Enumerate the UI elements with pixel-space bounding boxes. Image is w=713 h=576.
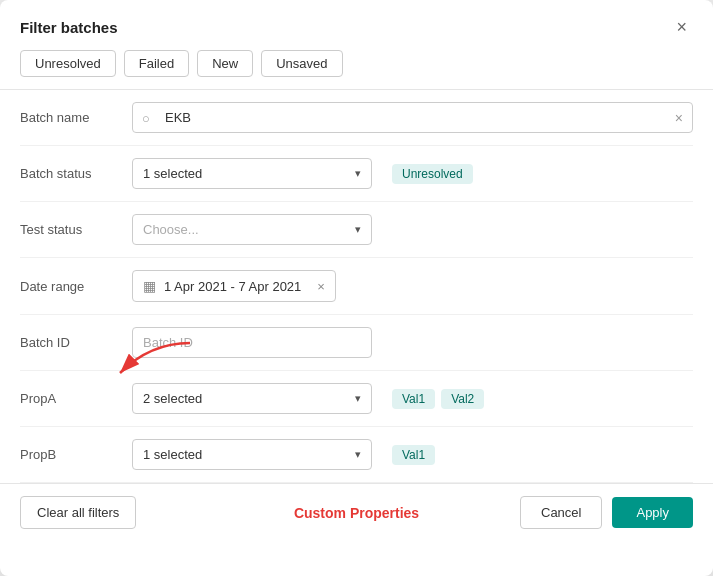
- clear-all-button[interactable]: Clear all filters: [20, 496, 136, 529]
- clear-date-icon[interactable]: ×: [317, 279, 325, 294]
- quick-filter-failed[interactable]: Failed: [124, 50, 189, 77]
- quick-filter-unsaved[interactable]: Unsaved: [261, 50, 342, 77]
- batch-name-input[interactable]: [132, 102, 693, 133]
- modal-title: Filter batches: [20, 19, 118, 36]
- chevron-down-icon: ▾: [355, 448, 361, 461]
- quick-filter-unresolved[interactable]: Unresolved: [20, 50, 116, 77]
- prop-b-label: PropB: [20, 447, 120, 462]
- prop-a-label: PropA: [20, 391, 120, 406]
- footer-actions: Cancel Apply: [520, 496, 693, 529]
- batch-status-tags: Unresolved: [392, 164, 473, 184]
- batch-status-select[interactable]: 1 selected ▾: [132, 158, 372, 189]
- prop-a-select[interactable]: 2 selected ▾: [132, 383, 372, 414]
- calendar-icon: ▦: [143, 278, 156, 294]
- batch-name-row: Batch name ○ ×: [20, 90, 693, 146]
- modal-header: Filter batches ×: [0, 0, 713, 50]
- filter-batches-modal: Filter batches × Unresolved Failed New U…: [0, 0, 713, 576]
- custom-properties-label: Custom Properties: [294, 505, 419, 521]
- search-icon: ○: [142, 110, 150, 125]
- batch-status-label: Batch status: [20, 166, 120, 181]
- quick-filters-bar: Unresolved Failed New Unsaved: [0, 50, 713, 89]
- cancel-button[interactable]: Cancel: [520, 496, 602, 529]
- prop-a-tag-val1: Val1: [392, 389, 435, 409]
- test-status-placeholder: Choose...: [143, 222, 199, 237]
- chevron-down-icon: ▾: [355, 167, 361, 180]
- modal-footer: Clear all filters Custom Properties Canc…: [0, 483, 713, 541]
- apply-button[interactable]: Apply: [612, 497, 693, 528]
- date-range-label: Date range: [20, 279, 120, 294]
- prop-a-tags: Val1 Val2: [392, 389, 484, 409]
- prop-a-tag-val2: Val2: [441, 389, 484, 409]
- close-icon[interactable]: ×: [670, 16, 693, 38]
- clear-batch-name-icon[interactable]: ×: [675, 110, 683, 126]
- date-range-control[interactable]: ▦ 1 Apr 2021 - 7 Apr 2021 ×: [132, 270, 336, 302]
- batch-name-control: ○ ×: [132, 102, 693, 133]
- prop-b-tags: Val1: [392, 445, 435, 465]
- prop-b-value: 1 selected: [143, 447, 202, 462]
- prop-a-value: 2 selected: [143, 391, 202, 406]
- batch-status-tag-unresolved: Unresolved: [392, 164, 473, 184]
- batch-status-value: 1 selected: [143, 166, 202, 181]
- batch-status-row: Batch status 1 selected ▾ Unresolved: [20, 146, 693, 202]
- prop-a-row: PropA 2 selected ▾ Val1 Val2: [20, 371, 693, 427]
- batch-id-row: Batch ID: [20, 315, 693, 371]
- prop-b-select[interactable]: 1 selected ▾: [132, 439, 372, 470]
- date-range-value: 1 Apr 2021 - 7 Apr 2021: [164, 279, 301, 294]
- filters-area[interactable]: Batch name ○ × Batch status 1 selected ▾…: [0, 90, 713, 483]
- date-range-row: Date range ▦ 1 Apr 2021 - 7 Apr 2021 ×: [20, 258, 693, 315]
- quick-filter-new[interactable]: New: [197, 50, 253, 77]
- test-status-label: Test status: [20, 222, 120, 237]
- chevron-down-icon: ▾: [355, 223, 361, 236]
- prop-b-tag-val1: Val1: [392, 445, 435, 465]
- batch-id-label: Batch ID: [20, 335, 120, 350]
- test-status-select[interactable]: Choose... ▾: [132, 214, 372, 245]
- test-status-row: Test status Choose... ▾: [20, 202, 693, 258]
- prop-b-row: PropB 1 selected ▾ Val1: [20, 427, 693, 483]
- batch-name-label: Batch name: [20, 110, 120, 125]
- chevron-down-icon: ▾: [355, 392, 361, 405]
- batch-id-input[interactable]: [132, 327, 372, 358]
